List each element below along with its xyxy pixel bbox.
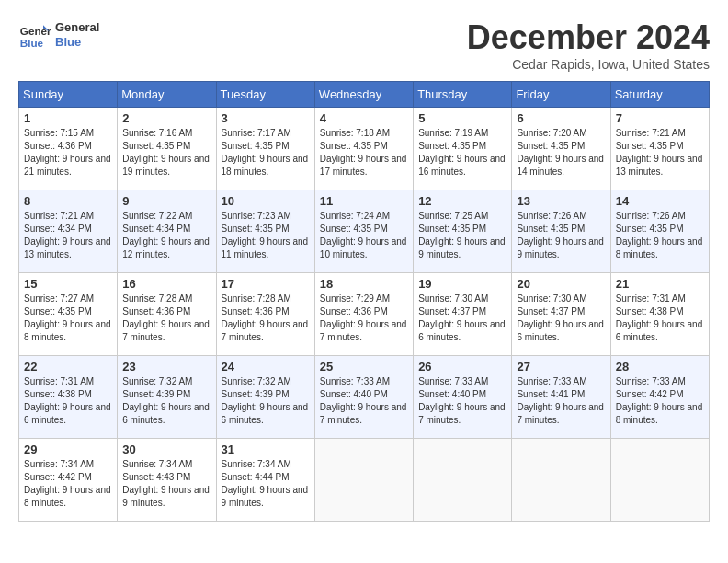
calendar-cell: 12 Sunrise: 7:25 AMSunset: 4:35 PMDaylig… <box>414 190 512 273</box>
day-info: Sunrise: 7:26 AMSunset: 4:35 PMDaylight:… <box>517 211 604 259</box>
calendar-cell: 6 Sunrise: 7:20 AMSunset: 4:35 PMDayligh… <box>512 108 610 190</box>
logo-icon: General Blue <box>18 18 51 52</box>
day-info: Sunrise: 7:27 AMSunset: 4:35 PMDaylight:… <box>24 293 111 342</box>
calendar-cell <box>414 439 512 522</box>
day-number: 28 <box>616 360 704 373</box>
month-title: December 2024 <box>467 18 710 57</box>
calendar-cell: 3 Sunrise: 7:17 AMSunset: 4:35 PMDayligh… <box>216 108 314 190</box>
calendar-cell: 28 Sunrise: 7:33 AMSunset: 4:42 PMDaylig… <box>610 356 709 439</box>
logo-text: General Blue <box>55 20 99 49</box>
calendar-cell: 1 Sunrise: 7:15 AMSunset: 4:36 PMDayligh… <box>19 108 118 190</box>
calendar-cell: 19 Sunrise: 7:30 AMSunset: 4:37 PMDaylig… <box>414 273 512 356</box>
calendar-cell: 7 Sunrise: 7:21 AMSunset: 4:35 PMDayligh… <box>610 108 709 190</box>
calendar-cell <box>512 439 610 522</box>
day-number: 21 <box>616 277 704 291</box>
day-info: Sunrise: 7:15 AMSunset: 4:36 PMDaylight:… <box>24 128 111 177</box>
calendar-cell: 16 Sunrise: 7:28 AMSunset: 4:36 PMDaylig… <box>118 273 216 356</box>
calendar-week-row: 1 Sunrise: 7:15 AMSunset: 4:36 PMDayligh… <box>19 108 710 190</box>
day-number: 16 <box>122 277 210 291</box>
calendar-cell: 18 Sunrise: 7:29 AMSunset: 4:36 PMDaylig… <box>314 273 413 356</box>
day-info: Sunrise: 7:33 AMSunset: 4:40 PMDaylight:… <box>320 376 407 425</box>
day-number: 20 <box>517 277 605 291</box>
weekday-header-cell: Friday <box>512 82 610 108</box>
day-info: Sunrise: 7:20 AMSunset: 4:35 PMDaylight:… <box>517 128 604 177</box>
logo: General Blue General Blue <box>18 18 99 52</box>
calendar-cell: 22 Sunrise: 7:31 AMSunset: 4:38 PMDaylig… <box>19 356 118 439</box>
calendar-cell: 23 Sunrise: 7:32 AMSunset: 4:39 PMDaylig… <box>118 356 216 439</box>
location-title: Cedar Rapids, Iowa, United States <box>467 57 710 72</box>
weekday-header-cell: Monday <box>118 82 216 108</box>
day-info: Sunrise: 7:28 AMSunset: 4:36 PMDaylight:… <box>122 293 210 342</box>
day-number: 11 <box>320 194 408 208</box>
day-number: 13 <box>517 194 605 208</box>
day-info: Sunrise: 7:34 AMSunset: 4:43 PMDaylight:… <box>122 459 210 508</box>
title-section: December 2024 Cedar Rapids, Iowa, United… <box>467 18 710 72</box>
calendar-cell: 15 Sunrise: 7:27 AMSunset: 4:35 PMDaylig… <box>19 273 118 356</box>
day-number: 18 <box>320 277 408 291</box>
svg-text:General: General <box>20 25 51 37</box>
calendar-cell: 20 Sunrise: 7:30 AMSunset: 4:37 PMDaylig… <box>512 273 610 356</box>
day-info: Sunrise: 7:31 AMSunset: 4:38 PMDaylight:… <box>24 376 111 425</box>
calendar-cell <box>314 439 413 522</box>
calendar-cell: 27 Sunrise: 7:33 AMSunset: 4:41 PMDaylig… <box>512 356 610 439</box>
calendar-week-row: 22 Sunrise: 7:31 AMSunset: 4:38 PMDaylig… <box>19 356 710 439</box>
weekday-header-cell: Saturday <box>610 82 709 108</box>
day-info: Sunrise: 7:22 AMSunset: 4:34 PMDaylight:… <box>122 211 210 259</box>
day-info: Sunrise: 7:29 AMSunset: 4:36 PMDaylight:… <box>320 293 407 342</box>
day-number: 2 <box>122 111 210 125</box>
weekday-header-cell: Wednesday <box>314 82 413 108</box>
day-number: 4 <box>320 111 408 125</box>
day-info: Sunrise: 7:26 AMSunset: 4:35 PMDaylight:… <box>616 211 703 259</box>
day-info: Sunrise: 7:21 AMSunset: 4:35 PMDaylight:… <box>616 128 703 177</box>
calendar-cell: 29 Sunrise: 7:34 AMSunset: 4:42 PMDaylig… <box>19 439 118 522</box>
day-number: 14 <box>616 194 704 208</box>
day-info: Sunrise: 7:28 AMSunset: 4:36 PMDaylight:… <box>222 293 309 342</box>
day-number: 23 <box>122 360 210 373</box>
day-number: 15 <box>24 277 112 291</box>
day-info: Sunrise: 7:31 AMSunset: 4:38 PMDaylight:… <box>616 293 703 342</box>
day-number: 3 <box>222 111 310 125</box>
day-info: Sunrise: 7:16 AMSunset: 4:35 PMDaylight:… <box>122 128 210 177</box>
calendar-week-row: 8 Sunrise: 7:21 AMSunset: 4:34 PMDayligh… <box>19 190 710 273</box>
calendar-cell: 9 Sunrise: 7:22 AMSunset: 4:34 PMDayligh… <box>118 190 216 273</box>
calendar-cell: 10 Sunrise: 7:23 AMSunset: 4:35 PMDaylig… <box>216 190 314 273</box>
day-number: 5 <box>418 111 506 125</box>
day-info: Sunrise: 7:18 AMSunset: 4:35 PMDaylight:… <box>320 128 407 177</box>
weekday-header-row: SundayMondayTuesdayWednesdayThursdayFrid… <box>19 82 710 108</box>
day-info: Sunrise: 7:19 AMSunset: 4:35 PMDaylight:… <box>418 128 506 177</box>
day-info: Sunrise: 7:33 AMSunset: 4:41 PMDaylight:… <box>517 376 604 425</box>
day-number: 19 <box>418 277 506 291</box>
calendar-cell <box>610 439 709 522</box>
day-info: Sunrise: 7:33 AMSunset: 4:42 PMDaylight:… <box>616 376 703 425</box>
day-info: Sunrise: 7:21 AMSunset: 4:34 PMDaylight:… <box>24 211 111 259</box>
day-number: 10 <box>222 194 310 208</box>
day-number: 30 <box>122 442 210 456</box>
calendar-cell: 14 Sunrise: 7:26 AMSunset: 4:35 PMDaylig… <box>610 190 709 273</box>
calendar-cell: 8 Sunrise: 7:21 AMSunset: 4:34 PMDayligh… <box>19 190 118 273</box>
day-info: Sunrise: 7:34 AMSunset: 4:44 PMDaylight:… <box>222 459 309 508</box>
day-info: Sunrise: 7:32 AMSunset: 4:39 PMDaylight:… <box>222 376 309 425</box>
day-info: Sunrise: 7:34 AMSunset: 4:42 PMDaylight:… <box>24 459 111 508</box>
calendar-cell: 4 Sunrise: 7:18 AMSunset: 4:35 PMDayligh… <box>314 108 413 190</box>
day-number: 29 <box>24 442 112 456</box>
weekday-header-cell: Thursday <box>414 82 512 108</box>
calendar-week-row: 15 Sunrise: 7:27 AMSunset: 4:35 PMDaylig… <box>19 273 710 356</box>
day-info: Sunrise: 7:23 AMSunset: 4:35 PMDaylight:… <box>222 211 309 259</box>
day-number: 26 <box>418 360 506 373</box>
day-info: Sunrise: 7:25 AMSunset: 4:35 PMDaylight:… <box>418 211 506 259</box>
day-number: 9 <box>122 194 210 208</box>
calendar: SundayMondayTuesdayWednesdayThursdayFrid… <box>18 81 710 522</box>
day-number: 25 <box>320 360 408 373</box>
calendar-body: 1 Sunrise: 7:15 AMSunset: 4:36 PMDayligh… <box>19 108 710 522</box>
day-info: Sunrise: 7:17 AMSunset: 4:35 PMDaylight:… <box>222 128 309 177</box>
day-info: Sunrise: 7:30 AMSunset: 4:37 PMDaylight:… <box>418 293 506 342</box>
day-info: Sunrise: 7:33 AMSunset: 4:40 PMDaylight:… <box>418 376 506 425</box>
calendar-cell: 17 Sunrise: 7:28 AMSunset: 4:36 PMDaylig… <box>216 273 314 356</box>
day-number: 22 <box>24 360 112 373</box>
calendar-cell: 26 Sunrise: 7:33 AMSunset: 4:40 PMDaylig… <box>414 356 512 439</box>
day-number: 17 <box>222 277 310 291</box>
calendar-cell: 25 Sunrise: 7:33 AMSunset: 4:40 PMDaylig… <box>314 356 413 439</box>
day-info: Sunrise: 7:24 AMSunset: 4:35 PMDaylight:… <box>320 211 407 259</box>
weekday-header-cell: Sunday <box>19 82 118 108</box>
day-number: 31 <box>222 442 310 456</box>
